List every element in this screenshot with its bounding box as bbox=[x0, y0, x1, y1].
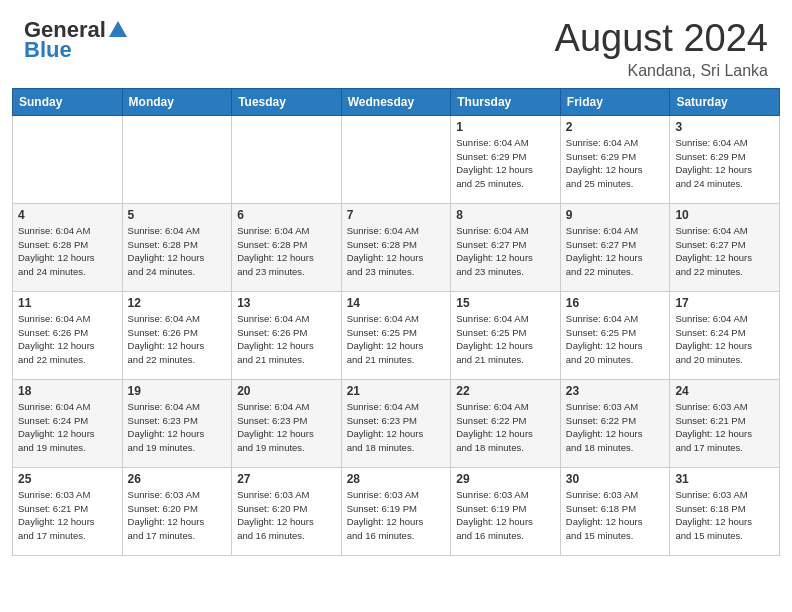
table-row: 23Sunrise: 6:03 AM Sunset: 6:22 PM Dayli… bbox=[560, 379, 670, 467]
day-number: 11 bbox=[18, 296, 117, 310]
calendar-week-row: 25Sunrise: 6:03 AM Sunset: 6:21 PM Dayli… bbox=[13, 467, 780, 555]
logo: General Blue bbox=[24, 18, 130, 63]
col-wednesday: Wednesday bbox=[341, 88, 451, 115]
col-friday: Friday bbox=[560, 88, 670, 115]
day-number: 3 bbox=[675, 120, 774, 134]
cell-info: Sunrise: 6:03 AM Sunset: 6:19 PM Dayligh… bbox=[456, 488, 555, 543]
calendar-week-row: 18Sunrise: 6:04 AM Sunset: 6:24 PM Dayli… bbox=[13, 379, 780, 467]
day-number: 15 bbox=[456, 296, 555, 310]
cell-info: Sunrise: 6:03 AM Sunset: 6:18 PM Dayligh… bbox=[675, 488, 774, 543]
table-row: 21Sunrise: 6:04 AM Sunset: 6:23 PM Dayli… bbox=[341, 379, 451, 467]
cell-info: Sunrise: 6:04 AM Sunset: 6:26 PM Dayligh… bbox=[237, 312, 336, 367]
cell-info: Sunrise: 6:04 AM Sunset: 6:25 PM Dayligh… bbox=[347, 312, 446, 367]
day-number: 9 bbox=[566, 208, 665, 222]
table-row bbox=[122, 115, 232, 203]
day-number: 26 bbox=[128, 472, 227, 486]
day-number: 12 bbox=[128, 296, 227, 310]
col-monday: Monday bbox=[122, 88, 232, 115]
day-number: 4 bbox=[18, 208, 117, 222]
table-row: 5Sunrise: 6:04 AM Sunset: 6:28 PM Daylig… bbox=[122, 203, 232, 291]
table-row: 10Sunrise: 6:04 AM Sunset: 6:27 PM Dayli… bbox=[670, 203, 780, 291]
table-row: 20Sunrise: 6:04 AM Sunset: 6:23 PM Dayli… bbox=[232, 379, 342, 467]
table-row: 15Sunrise: 6:04 AM Sunset: 6:25 PM Dayli… bbox=[451, 291, 561, 379]
cell-info: Sunrise: 6:04 AM Sunset: 6:25 PM Dayligh… bbox=[456, 312, 555, 367]
cell-info: Sunrise: 6:04 AM Sunset: 6:29 PM Dayligh… bbox=[675, 136, 774, 191]
calendar-week-row: 4Sunrise: 6:04 AM Sunset: 6:28 PM Daylig… bbox=[13, 203, 780, 291]
cell-info: Sunrise: 6:04 AM Sunset: 6:27 PM Dayligh… bbox=[675, 224, 774, 279]
cell-info: Sunrise: 6:04 AM Sunset: 6:23 PM Dayligh… bbox=[128, 400, 227, 455]
day-number: 20 bbox=[237, 384, 336, 398]
table-row: 29Sunrise: 6:03 AM Sunset: 6:19 PM Dayli… bbox=[451, 467, 561, 555]
calendar-table: Sunday Monday Tuesday Wednesday Thursday… bbox=[12, 88, 780, 556]
cell-info: Sunrise: 6:04 AM Sunset: 6:23 PM Dayligh… bbox=[237, 400, 336, 455]
day-number: 29 bbox=[456, 472, 555, 486]
table-row: 7Sunrise: 6:04 AM Sunset: 6:28 PM Daylig… bbox=[341, 203, 451, 291]
calendar-header-row: Sunday Monday Tuesday Wednesday Thursday… bbox=[13, 88, 780, 115]
table-row: 16Sunrise: 6:04 AM Sunset: 6:25 PM Dayli… bbox=[560, 291, 670, 379]
day-number: 13 bbox=[237, 296, 336, 310]
table-row: 3Sunrise: 6:04 AM Sunset: 6:29 PM Daylig… bbox=[670, 115, 780, 203]
day-number: 1 bbox=[456, 120, 555, 134]
col-saturday: Saturday bbox=[670, 88, 780, 115]
table-row: 2Sunrise: 6:04 AM Sunset: 6:29 PM Daylig… bbox=[560, 115, 670, 203]
cell-info: Sunrise: 6:03 AM Sunset: 6:20 PM Dayligh… bbox=[128, 488, 227, 543]
day-number: 27 bbox=[237, 472, 336, 486]
header: General Blue August 2024 Kandana, Sri La… bbox=[0, 0, 792, 88]
svg-marker-0 bbox=[109, 21, 127, 37]
day-number: 18 bbox=[18, 384, 117, 398]
table-row: 13Sunrise: 6:04 AM Sunset: 6:26 PM Dayli… bbox=[232, 291, 342, 379]
table-row: 9Sunrise: 6:04 AM Sunset: 6:27 PM Daylig… bbox=[560, 203, 670, 291]
table-row: 31Sunrise: 6:03 AM Sunset: 6:18 PM Dayli… bbox=[670, 467, 780, 555]
cell-info: Sunrise: 6:04 AM Sunset: 6:23 PM Dayligh… bbox=[347, 400, 446, 455]
day-number: 7 bbox=[347, 208, 446, 222]
calendar-week-row: 1Sunrise: 6:04 AM Sunset: 6:29 PM Daylig… bbox=[13, 115, 780, 203]
col-sunday: Sunday bbox=[13, 88, 123, 115]
cell-info: Sunrise: 6:04 AM Sunset: 6:28 PM Dayligh… bbox=[347, 224, 446, 279]
day-number: 23 bbox=[566, 384, 665, 398]
table-row: 24Sunrise: 6:03 AM Sunset: 6:21 PM Dayli… bbox=[670, 379, 780, 467]
day-number: 6 bbox=[237, 208, 336, 222]
table-row: 4Sunrise: 6:04 AM Sunset: 6:28 PM Daylig… bbox=[13, 203, 123, 291]
cell-info: Sunrise: 6:04 AM Sunset: 6:28 PM Dayligh… bbox=[128, 224, 227, 279]
cell-info: Sunrise: 6:03 AM Sunset: 6:20 PM Dayligh… bbox=[237, 488, 336, 543]
location: Kandana, Sri Lanka bbox=[555, 62, 768, 80]
day-number: 8 bbox=[456, 208, 555, 222]
day-number: 24 bbox=[675, 384, 774, 398]
col-tuesday: Tuesday bbox=[232, 88, 342, 115]
cell-info: Sunrise: 6:04 AM Sunset: 6:28 PM Dayligh… bbox=[237, 224, 336, 279]
cell-info: Sunrise: 6:04 AM Sunset: 6:26 PM Dayligh… bbox=[128, 312, 227, 367]
cell-info: Sunrise: 6:04 AM Sunset: 6:24 PM Dayligh… bbox=[18, 400, 117, 455]
day-number: 28 bbox=[347, 472, 446, 486]
cell-info: Sunrise: 6:03 AM Sunset: 6:21 PM Dayligh… bbox=[18, 488, 117, 543]
table-row bbox=[232, 115, 342, 203]
table-row: 25Sunrise: 6:03 AM Sunset: 6:21 PM Dayli… bbox=[13, 467, 123, 555]
day-number: 10 bbox=[675, 208, 774, 222]
day-number: 21 bbox=[347, 384, 446, 398]
cell-info: Sunrise: 6:03 AM Sunset: 6:22 PM Dayligh… bbox=[566, 400, 665, 455]
table-row: 14Sunrise: 6:04 AM Sunset: 6:25 PM Dayli… bbox=[341, 291, 451, 379]
table-row: 27Sunrise: 6:03 AM Sunset: 6:20 PM Dayli… bbox=[232, 467, 342, 555]
day-number: 2 bbox=[566, 120, 665, 134]
cell-info: Sunrise: 6:04 AM Sunset: 6:24 PM Dayligh… bbox=[675, 312, 774, 367]
table-row: 26Sunrise: 6:03 AM Sunset: 6:20 PM Dayli… bbox=[122, 467, 232, 555]
table-row: 6Sunrise: 6:04 AM Sunset: 6:28 PM Daylig… bbox=[232, 203, 342, 291]
logo-blue-text: Blue bbox=[24, 37, 72, 62]
day-number: 17 bbox=[675, 296, 774, 310]
day-number: 14 bbox=[347, 296, 446, 310]
table-row: 28Sunrise: 6:03 AM Sunset: 6:19 PM Dayli… bbox=[341, 467, 451, 555]
cell-info: Sunrise: 6:03 AM Sunset: 6:21 PM Dayligh… bbox=[675, 400, 774, 455]
table-row bbox=[341, 115, 451, 203]
day-number: 19 bbox=[128, 384, 227, 398]
cell-info: Sunrise: 6:04 AM Sunset: 6:28 PM Dayligh… bbox=[18, 224, 117, 279]
day-number: 31 bbox=[675, 472, 774, 486]
day-number: 16 bbox=[566, 296, 665, 310]
table-row bbox=[13, 115, 123, 203]
day-number: 30 bbox=[566, 472, 665, 486]
cell-info: Sunrise: 6:04 AM Sunset: 6:27 PM Dayligh… bbox=[566, 224, 665, 279]
day-number: 22 bbox=[456, 384, 555, 398]
table-row: 18Sunrise: 6:04 AM Sunset: 6:24 PM Dayli… bbox=[13, 379, 123, 467]
day-number: 25 bbox=[18, 472, 117, 486]
month-year: August 2024 bbox=[555, 18, 768, 60]
col-thursday: Thursday bbox=[451, 88, 561, 115]
table-row: 12Sunrise: 6:04 AM Sunset: 6:26 PM Dayli… bbox=[122, 291, 232, 379]
